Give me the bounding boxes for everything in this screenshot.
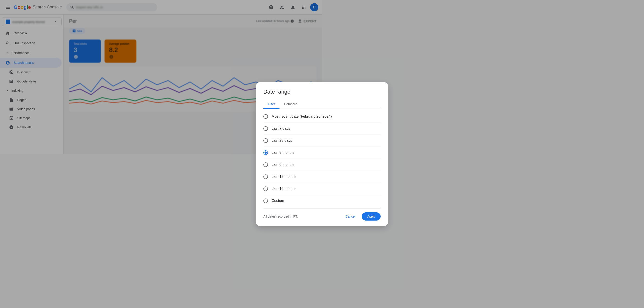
compare-tab[interactable]: Compare bbox=[280, 99, 302, 109]
date-range-modal: Date range Filter Compare Most recent da… bbox=[256, 82, 322, 154]
option-most-recent-label: Most recent date (February 26, 2024) bbox=[272, 114, 322, 119]
modal-header: Date range Filter Compare bbox=[256, 82, 322, 109]
modal-overlay: Date range Filter Compare Most recent da… bbox=[0, 0, 322, 154]
modal-tabs: Filter Compare bbox=[263, 99, 322, 109]
radio-last-7-days bbox=[263, 126, 268, 131]
modal-title: Date range bbox=[263, 89, 322, 95]
radio-last-3-months bbox=[263, 150, 268, 154]
option-last-28-days[interactable]: Last 28 days bbox=[263, 135, 322, 147]
modal-body: Most recent date (February 26, 2024) Las… bbox=[256, 109, 322, 154]
option-last-7-days-label: Last 7 days bbox=[272, 126, 290, 131]
option-last-3-months-label: Last 3 months bbox=[272, 151, 294, 154]
option-last-7-days[interactable]: Last 7 days bbox=[263, 123, 322, 135]
radio-last-28-days bbox=[263, 138, 268, 143]
filter-tab[interactable]: Filter bbox=[263, 99, 280, 109]
radio-most-recent bbox=[263, 114, 268, 119]
option-last-3-months[interactable]: Last 3 months bbox=[263, 147, 322, 154]
option-last-28-days-label: Last 28 days bbox=[272, 139, 292, 143]
option-most-recent[interactable]: Most recent date (February 26, 2024) bbox=[263, 111, 322, 123]
